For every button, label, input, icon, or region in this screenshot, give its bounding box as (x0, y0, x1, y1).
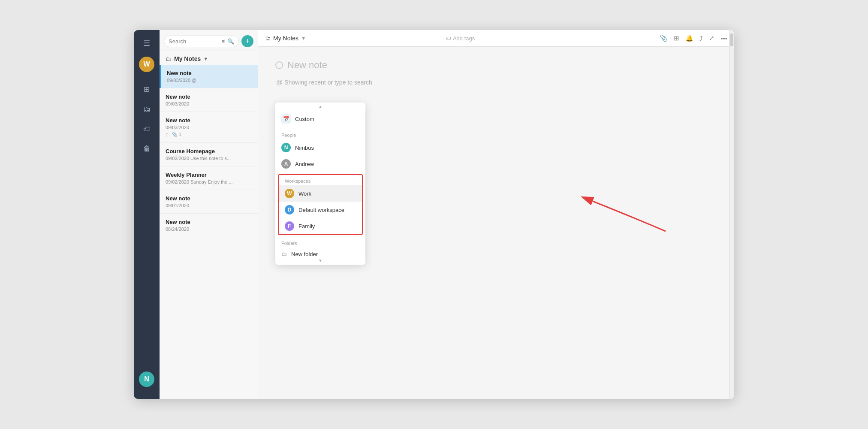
new-note-row: New note (275, 60, 717, 71)
my-notes-chevron-icon[interactable]: ▼ (203, 56, 208, 61)
note-title: New note (166, 117, 252, 124)
custom-label: Custom (295, 116, 314, 122)
note-checkbox[interactable] (275, 61, 283, 69)
dropdown-item-andrew[interactable]: A Andrew (275, 156, 365, 172)
dropdown-item-custom[interactable]: 📅 Custom (275, 111, 365, 127)
notes-list: New note 09/03/2020 @ New note 09/03/202… (160, 65, 258, 399)
default-workspace-name: Default workspace (298, 207, 344, 213)
folder-icon[interactable]: 🗂 (142, 103, 152, 115)
people-section-label: People (275, 129, 365, 139)
folders-section-label: Folders (275, 237, 365, 248)
mention-dropdown: ▲ 📅 Custom People N Nimbus A (275, 103, 365, 265)
dropdown-item-family[interactable]: F Family (279, 218, 362, 234)
attachment-button[interactable]: 📎 (660, 34, 668, 42)
family-avatar: F (285, 221, 294, 231)
list-item[interactable]: New note 09/03/2020 ⤴ 📎 1 (160, 112, 258, 143)
add-tags-area[interactable]: 🏷 Add tags (446, 35, 475, 42)
scroll-down-arrow[interactable]: ▼ (275, 257, 365, 265)
share-icon: ⤴ (166, 132, 168, 137)
default-workspace-avatar: D (285, 205, 294, 214)
note-title: New note (166, 219, 252, 225)
add-tags-label[interactable]: Add tags (453, 35, 475, 42)
my-notes-header: 🗂 My Notes ▼ (160, 51, 258, 65)
search-input[interactable] (169, 38, 219, 45)
right-scrollbar[interactable] (729, 30, 734, 399)
nimbus-avatar[interactable]: N (139, 372, 154, 387)
divider (275, 128, 365, 128)
dropdown-item-default-workspace[interactable]: D Default workspace (279, 202, 362, 218)
list-item[interactable]: New note 08/24/2020 (160, 214, 258, 237)
note-extra: ⤴ 📎 1 (166, 132, 252, 137)
calendar-icon: 📅 (281, 114, 291, 124)
note-title: New note (166, 94, 252, 100)
top-toolbar: 🗂 My Notes ▼ 🏷 Add tags 📎 ⊞ 🔔 ⤴ ⤢ ••• (258, 30, 734, 47)
list-item[interactable]: New note 09/03/2020 @ (160, 65, 258, 88)
sidebar-icons: ☰ W ⊞ 🗂 🏷 🗑 N (134, 30, 160, 399)
share-button[interactable]: ⤴ (699, 35, 703, 42)
workspaces-section-label: Workspaces (279, 175, 362, 185)
my-notes-title: My Notes (174, 55, 201, 62)
work-avatar: W (285, 189, 294, 198)
list-item[interactable]: New note 09/01/2020 (160, 190, 258, 214)
grid-view-button[interactable]: ⊞ (674, 34, 679, 42)
tag-icon[interactable]: 🏷 (142, 123, 152, 135)
hamburger-menu-icon[interactable]: ☰ (141, 36, 153, 51)
filter-icon[interactable]: ≡ (221, 38, 225, 45)
nimbus-name: Nimbus (295, 145, 314, 151)
list-item[interactable]: New note 09/03/2020 (160, 88, 258, 112)
notes-list-panel: ≡ 🔍 + 🗂 My Notes ▼ New note 09/03/2020 @… (160, 30, 258, 399)
add-note-button[interactable]: + (241, 35, 253, 47)
note-title: Course Homepage (166, 148, 252, 154)
divider (275, 173, 365, 173)
mention-hint-text: Showing recent or type to search (284, 79, 372, 86)
note-meta: 08/24/2020 (166, 227, 252, 232)
family-name: Family (298, 223, 315, 230)
andrew-name: Andrew (295, 161, 314, 167)
note-meta: 09/03/2020 (166, 125, 252, 130)
note-meta: 09/01/2020 (166, 203, 252, 208)
toolbar-actions: 📎 ⊞ 🔔 ⤴ ⤢ ••• (660, 34, 727, 42)
list-item[interactable]: Weekly Planner 09/02/2020 Sunday Enjoy t… (160, 166, 258, 190)
divider (275, 236, 365, 236)
search-box[interactable]: ≡ 🔍 (164, 36, 239, 47)
my-notes-folder-icon: 🗂 (166, 55, 172, 62)
new-note-title: New note (287, 60, 327, 71)
dropdown-scroll[interactable]: 📅 Custom People N Nimbus A Andrew (275, 111, 365, 257)
expand-button[interactable]: ⤢ (709, 34, 714, 42)
breadcrumb-chevron-icon[interactable]: ▼ (301, 36, 306, 41)
list-item[interactable]: Course Homepage 09/02/2020 Use this note… (160, 143, 258, 166)
new-folder-icon: 🗂 (281, 251, 287, 257)
note-editor[interactable]: New note @ Showing recent or type to sea… (258, 47, 734, 399)
note-meta: 09/03/2020 (166, 101, 252, 106)
new-folder-name: New folder (291, 251, 318, 257)
bell-button[interactable]: 🔔 (685, 34, 693, 42)
work-name: Work (298, 190, 311, 197)
note-meta: 09/03/2020 @ (167, 78, 252, 83)
user-avatar[interactable]: W (139, 57, 154, 72)
search-icon[interactable]: 🔍 (227, 38, 234, 45)
dropdown-item-nimbus[interactable]: N Nimbus (275, 139, 365, 156)
app-window: ☰ W ⊞ 🗂 🏷 🗑 N ≡ 🔍 + 🗂 My Notes ▼ (134, 30, 734, 399)
workspaces-box: Workspaces W Work D Default workspace F … (278, 174, 363, 235)
andrew-avatar: A (281, 159, 291, 169)
note-title: Weekly Planner (166, 172, 252, 178)
trash-icon[interactable]: 🗑 (142, 143, 152, 155)
breadcrumb-name: My Notes (273, 35, 298, 42)
note-title: New note (166, 195, 252, 202)
grid-icon[interactable]: ⊞ (142, 83, 151, 96)
note-meta: 09/02/2020 Sunday Enjoy the ... (166, 179, 252, 184)
dropdown-item-new-folder[interactable]: 🗂 New folder (275, 248, 365, 257)
dropdown-item-work[interactable]: W Work (279, 185, 362, 202)
scroll-thumb[interactable] (730, 33, 733, 46)
breadcrumb: 🗂 My Notes ▼ (265, 35, 441, 42)
nimbus-avatar: N (281, 143, 291, 152)
tag-icon: 🏷 (446, 35, 451, 42)
more-options-button[interactable]: ••• (720, 35, 727, 42)
mention-hint: @ Showing recent or type to search (276, 79, 717, 86)
scroll-up-arrow[interactable]: ▲ (275, 103, 365, 111)
attachment-badge: 📎 1 (172, 132, 181, 137)
note-meta: 09/02/2020 Use this note to s... (166, 156, 252, 161)
breadcrumb-folder-icon: 🗂 (265, 35, 271, 42)
note-title: New note (167, 70, 252, 76)
sidebar-nav: ⊞ 🗂 🏷 🗑 (142, 83, 152, 367)
